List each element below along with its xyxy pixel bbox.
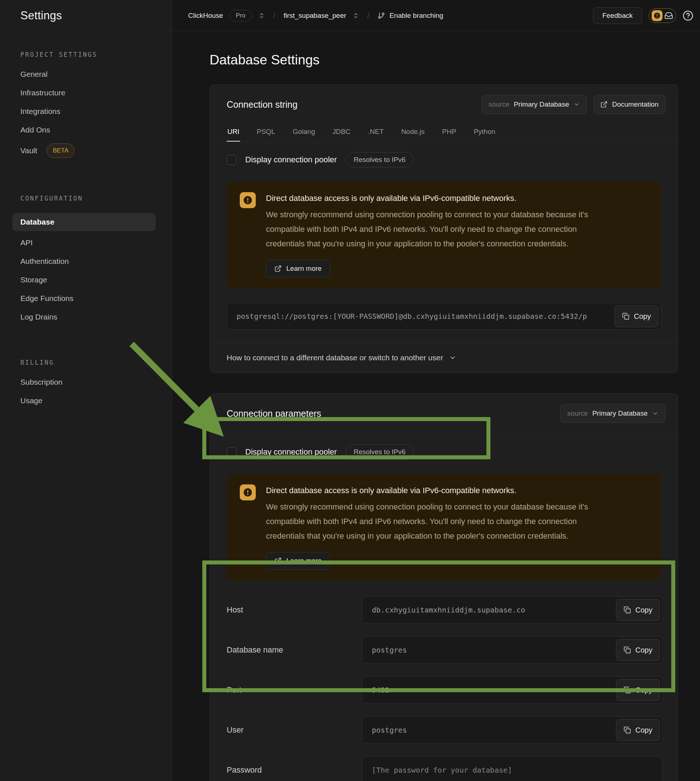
resolves-to-ipv6-badge: Resolves to IPv6 — [346, 152, 414, 167]
copy-port-button[interactable]: Copy — [616, 679, 660, 701]
pooler-row: Display connection pooler Resolves to IP… — [210, 142, 678, 175]
connection-string-header: Connection string source Primary Databas… — [210, 85, 678, 123]
project-name[interactable]: first_supabase_peer — [283, 12, 346, 20]
connection-parameters-list: Host db.cxhygiuitamxhniiddjm.supabase.co… — [210, 581, 678, 781]
warning-title: Direct database access is only available… — [266, 194, 595, 203]
param-field: [The password for your database] — [362, 757, 663, 781]
learn-more-label: Learn more — [286, 557, 322, 565]
warning-body: Direct database access is only available… — [266, 484, 595, 569]
password-placeholder[interactable]: [The password for your database] — [362, 757, 663, 781]
topbar-actions: Feedback — [593, 7, 693, 24]
sidebar-item-edge-functions[interactable]: Edge Functions — [20, 293, 161, 304]
how-to-connect-toggle[interactable]: How to connect to a different database o… — [210, 343, 678, 373]
breadcrumb-slash: / — [271, 11, 278, 20]
param-label: User — [227, 725, 362, 735]
copy-icon — [623, 686, 631, 694]
external-link-icon — [600, 101, 608, 108]
source-value: Primary Database — [592, 409, 648, 417]
connection-string-value[interactable]: postgresql://postgres:[YOUR-PASSWORD]@db… — [227, 303, 661, 330]
section-label: BILLING — [20, 359, 161, 366]
copy-user-button[interactable]: Copy — [616, 719, 660, 741]
connection-string-tabs: URI PSQL Golang JDBC .NET Node.js PHP Py… — [210, 123, 678, 142]
app-root: Settings PROJECT SETTINGS General Infras… — [0, 0, 700, 781]
alert-icon — [652, 10, 663, 21]
sidebar-item-api[interactable]: API — [20, 238, 161, 248]
param-field: 5432 Copy — [362, 677, 663, 704]
warning-icon — [240, 484, 256, 501]
sidebar-item-add-ons[interactable]: Add Ons — [20, 125, 161, 135]
copy-label: Copy — [635, 606, 652, 614]
help-icon[interactable] — [683, 10, 693, 21]
sidebar-header: Settings — [0, 0, 172, 31]
sidebar-item-integrations[interactable]: Integrations — [20, 106, 161, 117]
param-field: db.cxhygiuitamxhniiddjm.supabase.co Copy — [362, 596, 663, 623]
learn-more-button[interactable]: Learn more — [266, 552, 330, 569]
copy-label: Copy — [634, 312, 651, 320]
chevrons-up-down-icon[interactable] — [353, 12, 359, 19]
warning-text: We strongly recommend using connection p… — [266, 500, 595, 543]
tab-jdbc[interactable]: JDBC — [332, 124, 352, 142]
how-to-connect-label: How to connect to a different database o… — [227, 354, 443, 362]
copy-host-button[interactable]: Copy — [616, 599, 660, 621]
connection-parameters-actions: source Primary Database — [560, 404, 665, 423]
source-label: source — [567, 409, 588, 417]
param-row-port: Port 5432 Copy — [227, 677, 663, 704]
display-connection-pooler-checkbox[interactable] — [227, 447, 237, 457]
plan-badge: Pro — [229, 10, 252, 22]
param-row-database-name: Database name postgres Copy — [227, 636, 663, 663]
org-name[interactable]: ClickHouse — [188, 12, 223, 20]
warning-body: Direct database access is only available… — [266, 192, 595, 277]
sidebar-item-general[interactable]: General — [20, 69, 161, 79]
tab-uri[interactable]: URI — [227, 124, 240, 142]
tab-nodejs[interactable]: Node.js — [400, 124, 425, 142]
git-branch-icon — [378, 12, 385, 19]
tab-golang[interactable]: Golang — [292, 124, 315, 142]
tab-python[interactable]: Python — [473, 124, 496, 142]
param-row-user: User postgres Copy — [227, 717, 663, 744]
ipv6-warning: Direct database access is only available… — [227, 182, 661, 288]
warning-title: Direct database access is only available… — [266, 486, 595, 495]
learn-more-button[interactable]: Learn more — [266, 260, 330, 277]
breadcrumb: ClickHouse Pro / first_supabase_peer / E… — [188, 10, 593, 22]
enable-branching-button[interactable]: Enable branching — [378, 12, 443, 20]
param-label: Port — [227, 685, 362, 695]
sidebar-item-subscription[interactable]: Subscription — [20, 377, 161, 387]
copy-label: Copy — [635, 686, 652, 694]
copy-connection-string-button[interactable]: Copy — [615, 305, 658, 327]
tab-php[interactable]: PHP — [441, 124, 457, 142]
copy-icon — [623, 726, 631, 734]
param-field: postgres Copy — [362, 636, 663, 663]
connection-parameters-title: Connection parameters — [227, 408, 321, 419]
sidebar-item-storage[interactable]: Storage — [20, 275, 161, 285]
param-field: postgres Copy — [362, 717, 663, 744]
pooler-label: Display connection pooler — [245, 447, 337, 457]
enable-branching-label: Enable branching — [389, 12, 443, 20]
sidebar-item-log-drains[interactable]: Log Drains — [20, 312, 161, 322]
sidebar-item-database[interactable]: Database — [12, 213, 156, 231]
copy-icon — [622, 313, 629, 320]
beta-badge: BETA — [47, 144, 75, 158]
param-label: Host — [227, 605, 362, 615]
source-select[interactable]: source Primary Database — [482, 95, 587, 114]
sidebar-item-vault[interactable]: Vault BETA — [20, 144, 161, 158]
tab-dotnet[interactable]: .NET — [367, 124, 384, 142]
param-label: Password — [227, 765, 362, 775]
sidebar-item-authentication[interactable]: Authentication — [20, 256, 161, 266]
learn-more-label: Learn more — [286, 265, 322, 273]
tab-psql[interactable]: PSQL — [256, 124, 276, 142]
external-link-icon — [274, 265, 282, 272]
sidebar-item-infrastructure[interactable]: Infrastructure — [20, 88, 161, 98]
feedback-button[interactable]: Feedback — [593, 7, 642, 24]
notifications-button[interactable] — [649, 8, 676, 23]
chevrons-up-down-icon[interactable] — [258, 12, 265, 19]
copy-database-name-button[interactable]: Copy — [616, 639, 660, 661]
warning-icon — [240, 192, 256, 208]
documentation-button[interactable]: Documentation — [593, 95, 665, 114]
chevron-down-icon — [573, 101, 580, 108]
source-select[interactable]: source Primary Database — [560, 404, 665, 423]
sidebar-section-configuration: CONFIGURATION Database API Authenticatio… — [0, 175, 172, 339]
display-connection-pooler-checkbox[interactable] — [227, 155, 237, 165]
topbar: ClickHouse Pro / first_supabase_peer / E… — [172, 0, 700, 31]
sidebar-item-usage[interactable]: Usage — [20, 396, 161, 406]
source-label: source — [488, 100, 509, 108]
